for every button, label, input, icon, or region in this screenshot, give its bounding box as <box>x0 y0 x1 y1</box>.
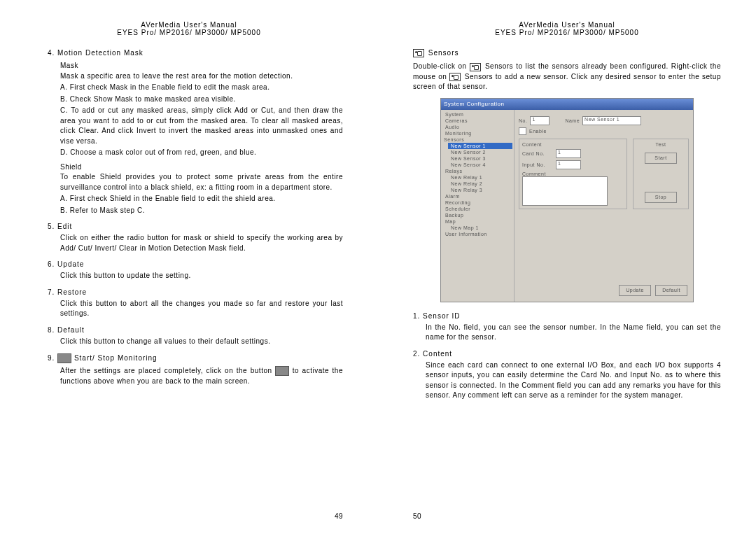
enable-checkbox[interactable] <box>519 127 526 135</box>
s9-body: After the settings are placed completely… <box>60 366 343 386</box>
page-49: AVerMedia User's Manual EYES Pro/ MP2016… <box>0 0 378 534</box>
tree-system[interactable]: System <box>442 111 512 118</box>
s9-body-a: After the settings are placed completely… <box>60 367 275 374</box>
shield-a: A. First check Shield in the Enable fiel… <box>60 194 343 204</box>
header-line2-r: EYES Pro/ MP2016/ MP3000/ MP5000 <box>413 29 721 36</box>
window-titlebar: System Configuration <box>441 99 693 110</box>
tree-map[interactable]: Map <box>442 218 512 225</box>
header-line1: AVerMedia User's Manual <box>35 21 343 29</box>
name-field[interactable]: New Sensor 1 <box>582 116 641 125</box>
mask-d: D. Choose a mask color out of from red, … <box>60 148 343 158</box>
tree-new-relay-3[interactable]: New Relay 3 <box>448 187 512 193</box>
mask-b: B. Check Show Mask to make masked area v… <box>60 94 343 105</box>
no-field[interactable]: 1 <box>530 116 550 125</box>
window-title: System Configuration <box>444 101 504 107</box>
update-button[interactable]: Update <box>619 285 651 296</box>
tree-backup[interactable]: Backup <box>442 212 512 218</box>
tree-new-map-1[interactable]: New Map 1 <box>448 225 512 231</box>
inputno-field[interactable]: 1 <box>556 160 581 169</box>
s2-title: 2. Content <box>413 350 721 358</box>
shield-desc: To enable Shield provides you to protect… <box>60 172 343 192</box>
tree-sensors[interactable]: Sensors <box>442 136 512 143</box>
tree-new-sensor-2[interactable]: New Sensor 2 <box>448 149 512 155</box>
comment-label: Comment <box>522 171 624 176</box>
tree-relays[interactable]: Relays <box>442 168 512 174</box>
s8-body: Click this button to change all values t… <box>60 337 343 347</box>
tree-new-sensor-4[interactable]: New Sensor 4 <box>448 162 512 168</box>
start-button[interactable]: Start <box>645 153 677 164</box>
shield-b: B. Refer to Mask step C. <box>60 206 343 216</box>
config-main-panel: No. 1 Name New Sensor 1 Enable Content <box>514 110 693 302</box>
page-50: AVerMedia User's Manual EYES Pro/ MP2016… <box>378 0 756 534</box>
tree-new-relay-2[interactable]: New Relay 2 <box>448 181 512 187</box>
s4-title: 4. Motion Detection Mask <box>48 49 343 57</box>
page-number-50: 50 <box>413 512 421 520</box>
tree-recording[interactable]: Recording <box>442 199 512 206</box>
monitor-icon <box>57 353 71 363</box>
content-label: Content <box>522 142 624 147</box>
header-line2: EYES Pro/ MP2016/ MP3000/ MP5000 <box>35 29 343 36</box>
tree-panel[interactable]: System Cameras Audio Monitoring Sensors … <box>441 110 514 302</box>
tree-audio[interactable]: Audio <box>442 124 512 130</box>
s7-title: 7. Restore <box>48 288 343 296</box>
page-number-49: 49 <box>335 512 343 520</box>
system-config-screenshot: System Configuration System Cameras Audi… <box>440 98 694 302</box>
sensors-para: Double-click on Sensors to list the sens… <box>413 62 721 92</box>
sensors-title: Sensors <box>426 49 458 57</box>
mask-a: A. First check Mask in the Enable field … <box>60 83 343 93</box>
tree-new-relay-1[interactable]: New Relay 1 <box>448 174 512 181</box>
tree-cameras[interactable]: Cameras <box>442 118 512 124</box>
s1-body: In the No. field, you can see the sensor… <box>426 323 721 343</box>
comment-field[interactable] <box>522 176 608 206</box>
sensors-icon <box>413 49 424 57</box>
sensors-icon-2 <box>470 63 481 71</box>
mask-desc: Mask a specific area to leave the rest a… <box>60 71 343 82</box>
no-label: No. <box>519 118 527 123</box>
s5-body: Click on either the radio button for mas… <box>60 233 343 253</box>
cardno-field[interactable]: 1 <box>556 149 581 158</box>
tree-user-info[interactable]: User Information <box>442 231 512 237</box>
s7-body: Click this button to abort all the chang… <box>60 299 343 319</box>
mask-label: Mask <box>60 61 343 71</box>
header-right: AVerMedia User's Manual EYES Pro/ MP2016… <box>413 21 721 36</box>
stop-button[interactable]: Stop <box>645 192 677 203</box>
s6-body: Click this button to update the setting. <box>60 271 343 281</box>
tree-monitoring[interactable]: Monitoring <box>442 130 512 136</box>
sensors-p1a: Double-click on <box>413 62 470 70</box>
tree-alarm[interactable]: Alarm <box>442 193 512 199</box>
test-box: Test Start Stop <box>633 139 689 209</box>
s8-title: 8. Default <box>48 326 343 334</box>
cardno-label: Card No. <box>522 151 553 156</box>
s6-title: 6. Update <box>48 260 343 268</box>
mask-c: C. To add or cut any masked areas, simpl… <box>60 106 343 146</box>
monitor-button-icon <box>275 366 289 376</box>
s9-title: Start/ Stop Monitoring <box>71 354 158 362</box>
header-line1-r: AVerMedia User's Manual <box>413 21 721 29</box>
s5-title: 5. Edit <box>48 223 343 230</box>
header-left: AVerMedia User's Manual EYES Pro/ MP2016… <box>35 21 343 36</box>
tree-scheduler[interactable]: Scheduler <box>442 206 512 212</box>
inputno-label: Input No. <box>522 162 553 167</box>
sensors-icon-3 <box>449 73 461 81</box>
tree-new-sensor-1[interactable]: New Sensor 1 <box>448 143 512 149</box>
test-label: Test <box>636 142 685 147</box>
s1-title: 1. Sensor ID <box>413 312 721 320</box>
page-spread: AVerMedia User's Manual EYES Pro/ MP2016… <box>0 0 756 534</box>
default-button[interactable]: Default <box>655 285 687 296</box>
s9-prefix: 9. <box>48 354 57 362</box>
enable-label: Enable <box>529 129 547 134</box>
sensors-heading: Sensors <box>413 49 721 57</box>
name-label: Name <box>565 118 580 123</box>
tree-new-sensor-3[interactable]: New Sensor 3 <box>448 155 512 162</box>
s9-title-row: 9. Start/ Stop Monitoring <box>48 353 343 363</box>
s2-body: Since each card can connect to one exter… <box>426 360 721 401</box>
shield-label: Shield <box>60 162 343 173</box>
content-box: Content Card No. 1 Input No. 1 Comment <box>519 139 627 209</box>
